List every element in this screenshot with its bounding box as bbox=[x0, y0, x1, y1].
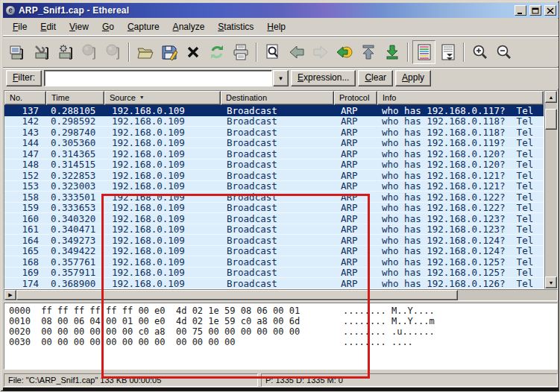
save-floppy-icon bbox=[160, 43, 178, 61]
horizontal-scrollbar[interactable]: ◀ ▶ bbox=[4, 289, 558, 301]
packet-row[interactable]: 144 0.305360 192.168.0.109 Broadcast ARP… bbox=[4, 138, 544, 149]
auto-scroll-icon bbox=[439, 43, 457, 61]
top-arrow-icon bbox=[359, 43, 377, 61]
find-icon bbox=[264, 43, 282, 61]
window-bottom-edge bbox=[3, 388, 559, 391]
packet-list: No. Time Source▼ Destination Protocol In… bbox=[4, 90, 544, 289]
close-file-button[interactable] bbox=[181, 40, 204, 64]
packet-row[interactable]: 161 0.340471 192.168.0.109 Broadcast ARP… bbox=[4, 224, 544, 235]
clear-button[interactable]: Clear bbox=[358, 70, 393, 86]
filter-input[interactable] bbox=[44, 70, 272, 86]
vertical-scroll-thumb[interactable] bbox=[545, 109, 557, 130]
hex-dump-pane[interactable]: 0000 ff ff ff ff ff ff 00 e0 4d 02 1e 59… bbox=[4, 303, 558, 370]
go-forward-button[interactable] bbox=[309, 40, 332, 64]
packet-row[interactable]: 160 0.340320 192.168.0.109 Broadcast ARP… bbox=[4, 213, 544, 224]
packet-row[interactable]: 143 0.298740 192.168.0.109 Broadcast ARP… bbox=[4, 127, 544, 138]
apply-button[interactable]: Apply bbox=[395, 70, 431, 86]
column-header-time[interactable]: Time bbox=[46, 91, 104, 105]
menu-item[interactable]: Edit bbox=[34, 19, 63, 34]
toolbar-separator bbox=[407, 42, 409, 62]
zoom-in-button[interactable] bbox=[468, 40, 491, 64]
go-to-icon bbox=[336, 43, 353, 61]
window-title: ARP_Snif1.cap - Ethereal bbox=[19, 5, 512, 16]
packet-row[interactable]: 147 0.314365 192.168.0.109 Broadcast ARP… bbox=[4, 148, 544, 159]
column-header-protocol[interactable]: Protocol bbox=[334, 91, 377, 105]
packet-row[interactable]: 159 0.333653 192.168.0.109 Broadcast ARP… bbox=[4, 203, 544, 214]
menu-item[interactable]: View bbox=[63, 19, 95, 34]
column-header-destination[interactable]: Destination bbox=[221, 91, 334, 105]
filter-dropdown-button[interactable]: ▼ bbox=[273, 70, 289, 86]
hex-line: 0030 00 00 00 00 00 00 00 00 00 00 00 00… bbox=[9, 337, 557, 347]
status-packet-counts: P: 1335 D: 1335 M: 0 bbox=[261, 373, 558, 387]
capture-stop-button[interactable] bbox=[78, 40, 101, 64]
maximize-button[interactable] bbox=[529, 5, 541, 16]
status-file-info: File: "C:\ARP_Snif1.cap" 133 KB 00:00:05 bbox=[4, 373, 258, 387]
packet-row[interactable]: 158 0.333501 192.168.0.109 Broadcast ARP… bbox=[4, 192, 544, 203]
capture-options-icon bbox=[33, 43, 51, 61]
scroll-up-arrow[interactable]: ▲ bbox=[545, 91, 557, 103]
horizontal-scroll-thumb[interactable] bbox=[16, 290, 458, 300]
colorize-button[interactable] bbox=[412, 40, 435, 64]
packet-row[interactable]: 169 0.357911 192.168.0.109 Broadcast ARP… bbox=[4, 268, 544, 279]
menu-item[interactable]: Go bbox=[95, 19, 121, 34]
hex-line: 0010 08 00 06 04 00 01 00 e0 4d 02 1e 59… bbox=[9, 316, 557, 326]
packet-rows: 137 0.288105 192.168.0.109 Broadcast ARP… bbox=[4, 105, 544, 288]
packet-row[interactable]: 142 0.298592 192.168.0.109 Broadcast ARP… bbox=[4, 116, 544, 127]
reload-icon bbox=[208, 43, 226, 61]
zoom-in-icon bbox=[471, 43, 489, 61]
hex-line: 0000 ff ff ff ff ff ff 00 e0 4d 02 1e 59… bbox=[9, 306, 557, 316]
toolbar-separator bbox=[463, 42, 465, 62]
hex-line: 0020 00 00 00 00 00 00 c0 a8 00 75 00 00… bbox=[9, 326, 557, 337]
toolbar-separator bbox=[128, 42, 130, 62]
open-file-button[interactable] bbox=[133, 40, 157, 64]
menu-item[interactable]: Statistics bbox=[211, 19, 260, 34]
packet-row[interactable]: 152 0.322853 192.168.0.109 Broadcast ARP… bbox=[4, 170, 544, 181]
packet-row[interactable]: 174 0.368900 192.168.0.109 Broadcast ARP… bbox=[4, 278, 544, 288]
filter-bar: Filter: ▼ Expression... Clear Apply bbox=[3, 67, 559, 89]
colorize-icon bbox=[415, 43, 433, 61]
go-to-packet-button[interactable] bbox=[333, 40, 356, 64]
find-packet-button[interactable] bbox=[261, 40, 284, 64]
go-back-button[interactable] bbox=[285, 40, 308, 64]
capture-options-button[interactable] bbox=[30, 40, 53, 64]
back-arrow-icon bbox=[288, 43, 306, 61]
save-as-button[interactable] bbox=[157, 40, 180, 64]
minimize-button[interactable] bbox=[515, 5, 526, 16]
title-bar[interactable]: e ARP_Snif1.cap - Ethereal bbox=[3, 3, 559, 18]
main-toolbar bbox=[3, 37, 559, 66]
capture-start-button[interactable] bbox=[54, 40, 77, 64]
interface-list-icon bbox=[9, 43, 27, 61]
reload-button[interactable] bbox=[205, 40, 228, 64]
go-to-top-button[interactable] bbox=[356, 40, 380, 64]
menu-item[interactable]: Help bbox=[260, 19, 292, 34]
column-header-info[interactable]: Info bbox=[377, 91, 544, 105]
packet-row[interactable]: 168 0.357761 192.168.0.109 Broadcast ARP… bbox=[4, 256, 544, 268]
vertical-scrollbar[interactable]: ▲ ▼ bbox=[544, 90, 558, 289]
column-header-no[interactable]: No. bbox=[4, 91, 46, 105]
capture-start-icon bbox=[57, 43, 75, 61]
filter-button[interactable]: Filter: bbox=[6, 70, 42, 86]
expression-button[interactable]: Expression... bbox=[291, 70, 356, 86]
close-button[interactable] bbox=[544, 5, 556, 16]
menu-item[interactable]: Capture bbox=[121, 19, 166, 34]
packet-row[interactable]: 137 0.288105 192.168.0.109 Broadcast ARP… bbox=[4, 105, 544, 116]
packet-row[interactable]: 164 0.349273 192.168.0.109 Broadcast ARP… bbox=[4, 235, 544, 246]
scroll-right-arrow[interactable]: ▶ bbox=[4, 290, 16, 300]
sort-indicator-icon: ▼ bbox=[139, 95, 145, 100]
menu-item[interactable]: Analyze bbox=[166, 19, 212, 34]
scroll-down-arrow[interactable]: ▼ bbox=[545, 276, 557, 288]
status-bar: File: "C:\ARP_Snif1.cap" 133 KB 00:00:05… bbox=[4, 373, 558, 387]
print-button[interactable] bbox=[229, 40, 252, 64]
column-header-source[interactable]: Source▼ bbox=[104, 91, 221, 105]
packet-row[interactable]: 153 0.323003 192.168.0.109 Broadcast ARP… bbox=[4, 181, 544, 192]
packet-row[interactable]: 148 0.314515 192.168.0.109 Broadcast ARP… bbox=[4, 159, 544, 171]
zoom-out-button[interactable] bbox=[492, 40, 515, 64]
go-to-bottom-button[interactable] bbox=[380, 40, 403, 64]
capture-restart-button[interactable] bbox=[101, 40, 125, 64]
list-interfaces-button[interactable] bbox=[6, 40, 29, 64]
auto-scroll-button[interactable] bbox=[436, 40, 459, 64]
capture-restart-icon bbox=[104, 43, 122, 61]
menu-bar: FileEditViewGoCaptureAnalyzeStatisticsHe… bbox=[3, 19, 559, 36]
menu-item[interactable]: File bbox=[6, 19, 34, 34]
packet-row[interactable]: 165 0.349422 192.168.0.109 Broadcast ARP… bbox=[4, 246, 544, 257]
